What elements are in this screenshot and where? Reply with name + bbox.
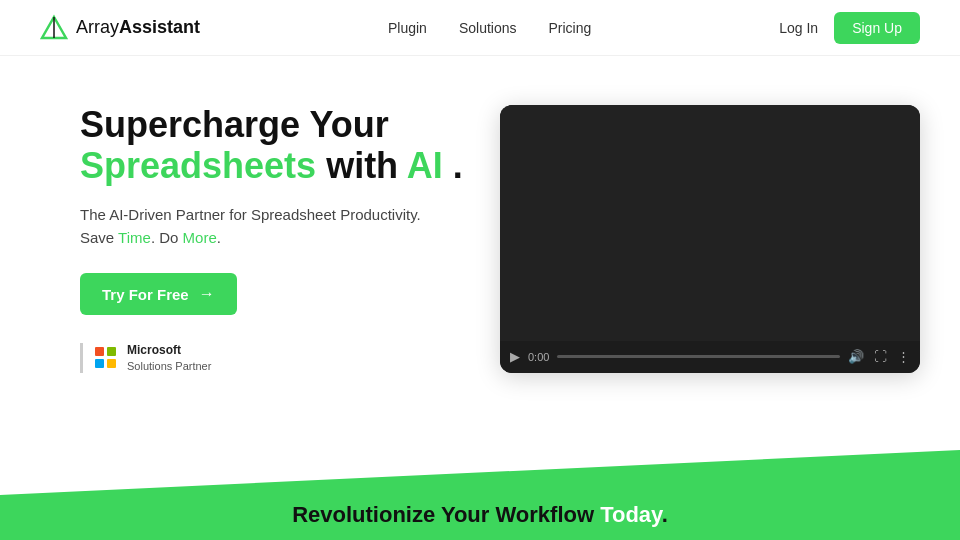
video-player[interactable]: ▶ 0:00 🔊 ⛶ ⋮ (500, 105, 920, 373)
nav-plugin[interactable]: Plugin (388, 20, 427, 36)
volume-icon[interactable]: 🔊 (848, 349, 864, 364)
logo-text: ArrayAssistant (76, 17, 200, 38)
hero-subtitle: The AI-Driven Partner for Spreadsheet Pr… (80, 203, 500, 250)
title-period: . (453, 145, 463, 186)
nav-pricing[interactable]: Pricing (549, 20, 592, 36)
array-logo-icon (40, 14, 68, 42)
signup-button[interactable]: Sign Up (834, 12, 920, 44)
try-button-label: Try For Free (102, 286, 189, 303)
microsoft-logo-icon (95, 347, 117, 369)
hero-title-line2: Spreadsheets with AI . (80, 145, 500, 186)
login-button[interactable]: Log In (779, 20, 818, 36)
hero-title-line1: Supercharge Your (80, 104, 500, 145)
logo[interactable]: ArrayAssistant (40, 14, 200, 42)
navbar: ArrayAssistant Plugin Solutions Pricing … (0, 0, 960, 56)
nav-links: Plugin Solutions Pricing (388, 20, 591, 36)
try-for-free-button[interactable]: Try For Free → (80, 273, 237, 315)
bottom-cta-section: Revolutionize Your Workflow Today. (0, 450, 960, 540)
video-screen (500, 105, 920, 341)
video-progress-bar[interactable] (557, 355, 840, 358)
nav-solutions[interactable]: Solutions (459, 20, 517, 36)
title-with: with (326, 145, 407, 186)
bottom-headline: Revolutionize Your Workflow Today. (292, 502, 668, 528)
video-controls-bar: ▶ 0:00 🔊 ⛶ ⋮ (500, 341, 920, 373)
hero-content: Supercharge Your Spreadsheets with AI . … (80, 104, 500, 373)
microsoft-badge: Microsoft Solutions Partner (80, 343, 500, 373)
more-options-icon[interactable]: ⋮ (897, 349, 910, 364)
hero-section: Supercharge Your Spreadsheets with AI . … (0, 56, 960, 373)
fullscreen-icon[interactable]: ⛶ (874, 349, 887, 364)
video-extra-controls: 🔊 ⛶ ⋮ (848, 349, 910, 364)
play-button-icon[interactable]: ▶ (510, 349, 520, 364)
arrow-icon: → (199, 285, 215, 303)
video-timestamp: 0:00 (528, 351, 549, 363)
title-ai: AI (407, 145, 443, 186)
title-spreadsheets: Spreadsheets (80, 145, 316, 186)
nav-actions: Log In Sign Up (779, 12, 920, 44)
microsoft-badge-text: Microsoft Solutions Partner (127, 343, 211, 373)
